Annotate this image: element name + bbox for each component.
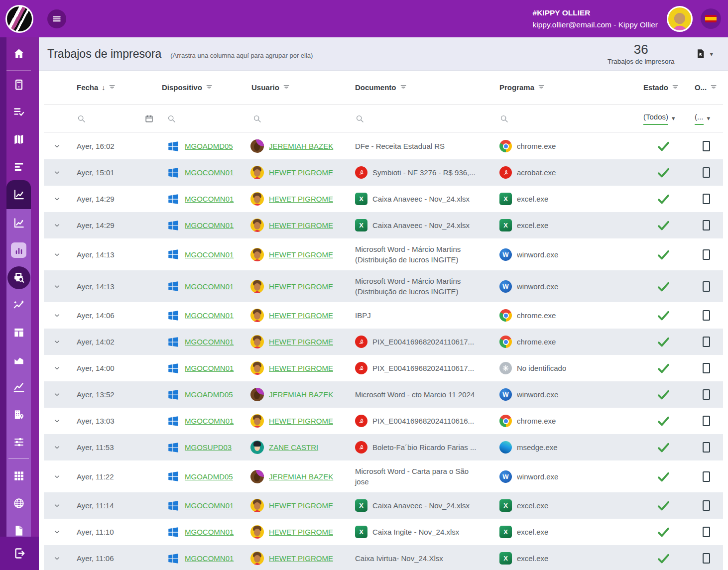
header-filter-icon[interactable] [400, 84, 407, 91]
user-link[interactable]: HEWET PIGROME [269, 311, 333, 320]
row-expand-button[interactable] [44, 168, 70, 177]
device-link[interactable]: MGOCOMN01 [185, 168, 234, 177]
device-link[interactable]: MGOCOMN01 [185, 311, 234, 320]
device-link[interactable]: MGOADMD05 [185, 142, 233, 150]
header-filter-icon[interactable] [206, 84, 213, 91]
row-expand-button[interactable] [44, 250, 70, 259]
device-link[interactable]: MGOCOMN01 [185, 250, 234, 259]
column-header-otros[interactable]: O... [690, 83, 723, 92]
column-header-programa[interactable]: Programa [495, 83, 637, 92]
user-link[interactable]: HEWET PIGROME [269, 501, 333, 510]
user-link[interactable]: HEWET PIGROME [269, 168, 333, 177]
user-link[interactable]: HEWET PIGROME [269, 282, 333, 291]
filter-programa[interactable] [495, 105, 637, 132]
column-header-estado[interactable]: Estado [637, 83, 690, 92]
user-link[interactable]: JEREMIAH BAZEK [269, 142, 333, 150]
sidebar-item-task-list[interactable] [6, 98, 31, 125]
filter-usuario[interactable] [246, 105, 349, 132]
user-link[interactable]: HEWET PIGROME [269, 250, 333, 259]
filter-fecha[interactable] [70, 105, 162, 132]
user-link[interactable]: HEWET PIGROME [269, 417, 333, 425]
device-link[interactable]: MGOCOMN01 [185, 195, 234, 203]
filter-otros-dropdown[interactable]: (... ▾ [690, 113, 723, 125]
header-filter-icon[interactable] [710, 84, 718, 91]
sidebar-item-home[interactable] [6, 37, 31, 71]
sidebar-item-table-columns[interactable] [6, 319, 31, 346]
sidebar-item-grid[interactable] [6, 462, 31, 489]
column-header-dispositivo[interactable]: Dispositivo [162, 83, 246, 92]
row-expand-button[interactable] [44, 528, 70, 536]
user-link[interactable]: HEWET PIGROME [269, 221, 333, 229]
row-expand-button[interactable] [44, 282, 70, 291]
device-link[interactable]: MGOADMD05 [185, 390, 233, 399]
sidebar-item-trend[interactable] [6, 291, 31, 319]
sidebar-item-line-chart-alt[interactable] [6, 209, 31, 236]
column-header-fecha[interactable]: Fecha ↓ [70, 83, 162, 92]
sidebar-item-bar-chart[interactable] [6, 236, 31, 264]
sidebar-item-sliders[interactable] [6, 428, 31, 456]
user-link[interactable]: ZANE CASTRI [269, 443, 318, 452]
user-link[interactable]: HEWET PIGROME [269, 554, 333, 563]
filter-dispositivo[interactable] [162, 105, 246, 132]
row-expand-button[interactable] [44, 142, 70, 150]
row-expand-button[interactable] [44, 554, 70, 563]
row-expand-button[interactable] [44, 472, 70, 481]
sidebar-item-chart-rows[interactable] [6, 153, 31, 180]
calendar-icon[interactable] [144, 114, 154, 123]
device-link[interactable]: MGOCOMN01 [185, 501, 234, 510]
device-link[interactable]: MGOADMD05 [185, 472, 233, 481]
hamburger-menu-button[interactable] [47, 9, 66, 28]
header-filter-icon[interactable] [538, 84, 545, 91]
sidebar-item-computer[interactable] [6, 71, 31, 98]
header-filter-icon[interactable] [283, 84, 290, 91]
cell-fecha: Ayer, 14:29 [70, 221, 162, 229]
row-expand-button[interactable] [44, 311, 70, 320]
column-header-documento[interactable]: Documento [349, 83, 495, 92]
column-header-usuario[interactable]: Usuario [246, 83, 349, 92]
sidebar-item-building-pin[interactable] [6, 401, 31, 428]
row-expand-button[interactable] [44, 501, 70, 510]
device-link[interactable]: MGOCOMN01 [185, 221, 234, 229]
user-link[interactable]: HEWET PIGROME [269, 528, 333, 536]
device-link[interactable]: MGOCOMN01 [185, 338, 234, 346]
sidebar-item-area-chart[interactable] [6, 346, 31, 373]
user-link[interactable]: HEWET PIGROME [269, 364, 333, 372]
row-expand-button[interactable] [44, 443, 70, 452]
sidebar-item-printer-search[interactable] [6, 264, 31, 291]
row-expand-button[interactable] [44, 364, 70, 372]
table-columns-icon [12, 326, 25, 339]
sidebar-item-map[interactable] [6, 125, 31, 153]
device-link[interactable]: MGOCOMN01 [185, 554, 234, 563]
header-filter-icon[interactable] [109, 84, 116, 91]
user-link[interactable]: JEREMIAH BAZEK [269, 472, 333, 481]
filter-estado-dropdown[interactable]: (Todos) ▾ [637, 113, 690, 125]
check-icon [657, 248, 670, 261]
export-caret-icon[interactable]: ▾ [710, 50, 713, 58]
sidebar [0, 0, 39, 570]
device-link[interactable]: MGOCOMN01 [185, 417, 234, 425]
device-link[interactable]: MGOCOMN01 [185, 282, 234, 291]
chart-rows-icon [12, 160, 25, 173]
device-link[interactable]: MGOCOMN01 [185, 364, 234, 372]
row-expand-button[interactable] [44, 390, 70, 399]
sidebar-item-line-chart-2[interactable] [6, 373, 31, 401]
row-expand-button[interactable] [44, 417, 70, 425]
filter-documento[interactable] [349, 105, 495, 132]
user-avatar[interactable] [667, 6, 693, 32]
cell-dispositivo: MGOCOMN01 [162, 499, 246, 512]
row-expand-button[interactable] [44, 338, 70, 346]
export-button[interactable]: ▾ [695, 48, 713, 60]
user-link[interactable]: HEWET PIGROME [269, 338, 333, 346]
user-link[interactable]: HEWET PIGROME [269, 195, 333, 203]
device-link[interactable]: MGOCOMN01 [185, 528, 234, 536]
header-filter-icon[interactable] [672, 84, 679, 91]
app-logo[interactable] [0, 0, 39, 37]
device-link[interactable]: MGOSUPD03 [185, 443, 232, 452]
language-button[interactable] [701, 8, 721, 29]
sidebar-item-line-chart-active[interactable] [6, 180, 31, 209]
row-expand-button[interactable] [44, 195, 70, 203]
sidebar-item-logout[interactable] [0, 537, 39, 570]
row-expand-button[interactable] [44, 221, 70, 229]
sidebar-item-globe[interactable] [6, 489, 31, 517]
user-link[interactable]: JEREMIAH BAZEK [269, 390, 333, 399]
